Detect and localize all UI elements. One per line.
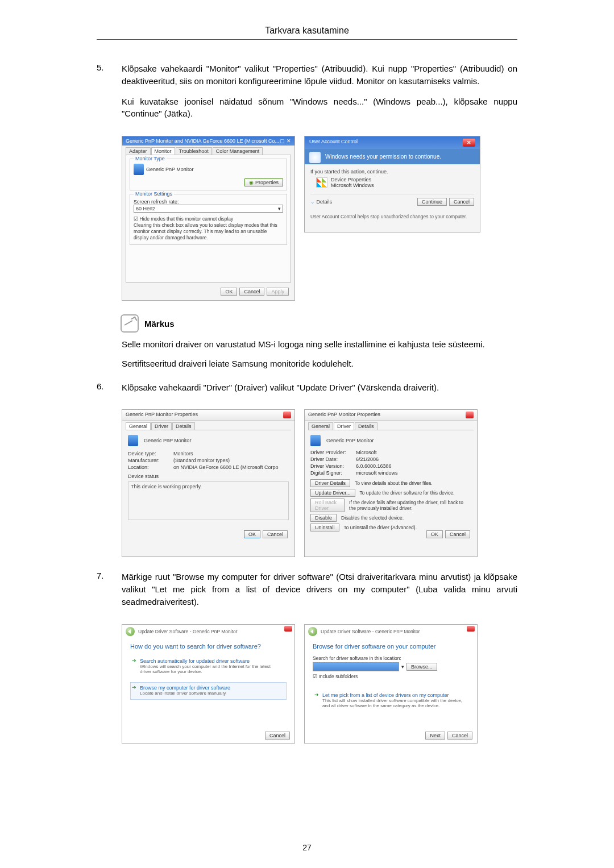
device-type-value: Monitors: [173, 451, 289, 456]
roll-back-desc: If the device fails after updating the d…: [349, 500, 471, 511]
cancel-button[interactable]: Cancel: [265, 732, 290, 740]
uac-dialog: User Account Control ✕ Windows needs you…: [304, 136, 480, 232]
monitor-icon: [134, 164, 144, 175]
monitor-properties-dialog: Generic PnP Monitor and NVIDIA GeForce 6…: [122, 136, 295, 301]
cancel-button[interactable]: Cancel: [239, 288, 264, 296]
location-input[interactable]: [313, 662, 399, 671]
search-auto-desc: Windows will search your computer and th…: [140, 664, 283, 675]
browse-my-computer-option[interactable]: Browse my computer for driver software L…: [130, 682, 287, 700]
tab-details[interactable]: Details: [172, 422, 195, 430]
uac-started-text: If you started this action, continue.: [310, 169, 474, 175]
monitor-settings-group-label: Monitor Settings: [134, 191, 174, 197]
close-icon[interactable]: [467, 626, 475, 632]
browse-title: Browse my computer for driver software: [140, 685, 283, 691]
cancel-button[interactable]: Cancel: [445, 530, 470, 538]
page-number: 27: [0, 843, 614, 852]
prop-general-head: Generic PnP Monitor: [144, 438, 191, 443]
driver-details-button[interactable]: Driver Details: [310, 479, 350, 487]
browse-desc: Locate and install driver software manua…: [140, 691, 283, 696]
include-subfolders-checkbox[interactable]: ☑: [313, 674, 318, 679]
include-subfolders-label: Include subfolders: [318, 674, 358, 679]
tab-details[interactable]: Details: [355, 422, 377, 430]
back-icon[interactable]: [126, 627, 135, 636]
browse-button[interactable]: Browse...: [406, 663, 437, 671]
hide-modes-label: Hide modes that this monitor cannot disp…: [139, 216, 233, 222]
close-icon[interactable]: [283, 412, 291, 418]
note-text-1: Selle monitori draiver on varustatud MS-…: [122, 338, 517, 351]
tab-general[interactable]: General: [126, 422, 151, 430]
driver-version-label: Driver Version:: [310, 463, 356, 469]
tab-adapter[interactable]: Adapter: [126, 147, 151, 155]
digital-signer-value: microsoft windows: [356, 470, 471, 476]
back-icon[interactable]: [308, 627, 317, 636]
update-driver-wizard-browse: Update Driver Software - Generic PnP Mon…: [304, 624, 478, 744]
step-5-text-1: Klõpsake vahekaardi "Monitor" valikut "P…: [122, 63, 517, 88]
update-driver-button[interactable]: Update Driver...: [310, 489, 355, 497]
ok-button[interactable]: OK: [426, 530, 443, 538]
note-label: Märkus: [144, 319, 175, 329]
continue-button[interactable]: Continue: [417, 198, 447, 206]
digital-signer-label: Digital Signer:: [310, 470, 356, 476]
cancel-button[interactable]: Cancel: [449, 198, 474, 206]
monitor-dialog-title: Generic PnP Monitor and NVIDIA GeForce 6…: [126, 138, 279, 144]
tab-monitor[interactable]: Monitor: [151, 147, 175, 155]
cancel-button[interactable]: Cancel: [263, 530, 288, 538]
device-properties-driver-dialog: Generic PnP Monitor Properties General D…: [304, 409, 478, 557]
step-5-text-2: Kui kuvatakse joonisel näidatud sõnum "W…: [122, 95, 517, 121]
device-type-label: Device type:: [128, 451, 173, 456]
apply-button[interactable]: Apply: [267, 288, 289, 296]
wizard1-heading: How do you want to search for driver sof…: [130, 643, 287, 650]
driver-date-value: 6/21/2006: [356, 456, 471, 462]
search-automatically-option[interactable]: Search automatically for updated driver …: [130, 655, 287, 679]
tab-driver[interactable]: Driver: [151, 422, 172, 430]
properties-button[interactable]: ◉ Properties: [244, 178, 283, 186]
header-rule: [97, 39, 517, 40]
chevron-down-icon[interactable]: ▾: [401, 664, 404, 670]
tab-general[interactable]: General: [308, 422, 333, 430]
step-5-number: 5.: [97, 63, 122, 128]
ok-button[interactable]: OK: [244, 530, 260, 538]
step-7: 7. Märkige ruut "Browse my computer for …: [97, 571, 517, 616]
roll-back-driver-button[interactable]: Roll Back Driver: [310, 499, 345, 512]
refresh-rate-label: Screen refresh rate:: [134, 199, 283, 205]
update-driver-wizard-search: Update Driver Software - Generic PnP Mon…: [122, 624, 295, 744]
close-icon[interactable]: ✕: [463, 139, 475, 147]
disable-desc: Disables the selected device.: [341, 515, 404, 521]
chevron-down-icon: ▾: [278, 206, 281, 211]
prop-driver-title: Generic PnP Monitor Properties: [308, 412, 380, 418]
let-me-pick-title: Let me pick from a list of device driver…: [322, 692, 465, 698]
uac-headline: Windows needs your permission to contion…: [325, 153, 441, 160]
cancel-button[interactable]: Cancel: [447, 732, 472, 740]
driver-date-label: Driver Date:: [310, 456, 356, 462]
uac-details-toggle[interactable]: Details: [317, 199, 333, 205]
location-label: Search for driver software in this locat…: [313, 655, 469, 661]
ok-button[interactable]: OK: [221, 288, 237, 296]
device-status-label: Device status: [128, 474, 289, 479]
close-icon[interactable]: [284, 626, 292, 632]
tab-color-management[interactable]: Color Management: [213, 147, 263, 155]
prop-driver-head: Generic PnP Monitor: [326, 438, 374, 443]
shield-icon: [309, 152, 321, 163]
update-driver-desc: To update the driver software for this d…: [360, 490, 455, 496]
uninstall-button[interactable]: Uninstall: [310, 524, 339, 531]
chevron-down-icon[interactable]: ⌄: [310, 199, 317, 205]
prop-general-title: Generic PnP Monitor Properties: [126, 412, 198, 418]
step-7-text: Märkige ruut "Browse my computer for dri…: [122, 571, 517, 608]
hide-modes-checkbox[interactable]: ☑: [134, 216, 139, 222]
tab-troubleshoot[interactable]: Troubleshoot: [176, 147, 212, 155]
driver-provider-label: Driver Provider:: [310, 450, 356, 455]
disable-button[interactable]: Disable: [310, 514, 337, 522]
manufacturer-label: Manufacturer:: [128, 458, 173, 463]
uac-footer-text: User Account Control helps stop unauthor…: [305, 210, 480, 222]
tab-driver[interactable]: Driver: [334, 422, 354, 430]
refresh-rate-select[interactable]: 60 Hertz▾: [134, 205, 283, 213]
uac-program-name: Device Properties: [331, 177, 374, 182]
windows-icon: [316, 177, 327, 188]
let-me-pick-option[interactable]: Let me pick from a list of device driver…: [313, 690, 469, 713]
next-button[interactable]: Next: [425, 732, 445, 740]
dialog-controls: ▢ ✕: [280, 138, 291, 144]
location-label: Location:: [128, 464, 173, 470]
step-6-number: 6.: [97, 381, 122, 402]
monitor-type-group-label: Monitor Type: [134, 156, 167, 161]
close-icon[interactable]: [466, 412, 474, 418]
